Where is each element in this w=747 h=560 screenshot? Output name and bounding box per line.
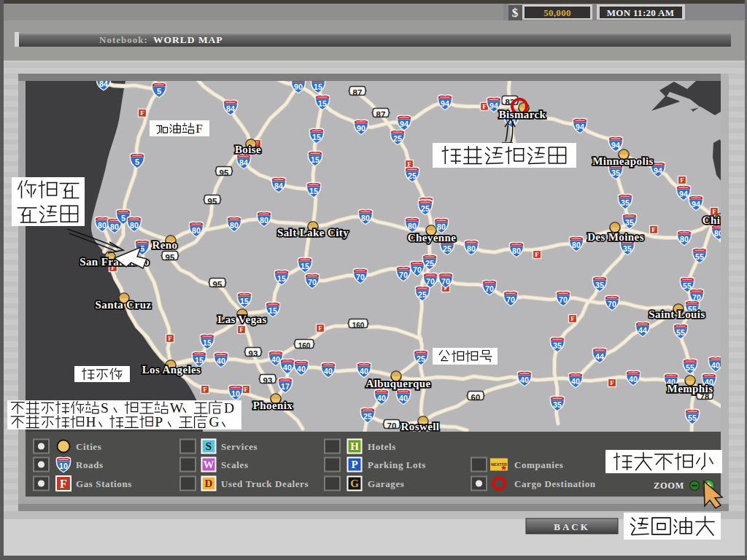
svg-text:F: F bbox=[60, 478, 67, 490]
svg-text:160: 160 bbox=[298, 342, 311, 350]
svg-text:25: 25 bbox=[418, 290, 427, 299]
svg-text:H: H bbox=[350, 440, 359, 452]
svg-text:F: F bbox=[244, 386, 248, 393]
svg-text:Scales: Scales bbox=[221, 459, 249, 470]
svg-text:40: 40 bbox=[217, 357, 225, 365]
svg-text:5: 5 bbox=[121, 214, 125, 222]
svg-text:40: 40 bbox=[399, 394, 408, 402]
svg-text:Roswell: Roswell bbox=[401, 421, 440, 432]
svg-text:Minneapolis: Minneapolis bbox=[592, 155, 654, 167]
svg-text:90: 90 bbox=[357, 124, 365, 133]
svg-text:F: F bbox=[482, 103, 487, 110]
svg-text:F: F bbox=[239, 326, 244, 333]
svg-text:15: 15 bbox=[314, 82, 322, 91]
svg-text:NEXTFR: NEXTFR bbox=[491, 462, 507, 467]
svg-text:95: 95 bbox=[208, 197, 217, 206]
svg-text:94: 94 bbox=[611, 141, 620, 149]
svg-text:25: 25 bbox=[393, 134, 402, 143]
svg-text:94: 94 bbox=[576, 122, 584, 131]
svg-text:5: 5 bbox=[135, 158, 139, 166]
svg-text:Roads: Roads bbox=[76, 459, 104, 470]
svg-text:25: 25 bbox=[363, 412, 372, 421]
svg-text:Cities: Cities bbox=[76, 441, 101, 452]
svg-text:40: 40 bbox=[283, 363, 292, 372]
svg-text:BACK: BACK bbox=[554, 521, 590, 532]
svg-text:Cheyenne: Cheyenne bbox=[408, 232, 457, 244]
svg-text:93: 93 bbox=[263, 376, 273, 385]
svg-text:F: F bbox=[203, 386, 207, 393]
svg-text:160: 160 bbox=[352, 322, 365, 330]
svg-text:Phoenix: Phoenix bbox=[253, 400, 293, 411]
svg-text:Services: Services bbox=[221, 441, 258, 452]
svg-text:40: 40 bbox=[629, 375, 638, 384]
svg-text:70: 70 bbox=[485, 284, 494, 293]
svg-text:84: 84 bbox=[274, 182, 283, 190]
svg-text:10: 10 bbox=[231, 389, 240, 398]
svg-text:50,000: 50,000 bbox=[543, 7, 571, 18]
svg-text:F: F bbox=[140, 109, 144, 117]
svg-text:Los Angeles: Los Angeles bbox=[142, 364, 201, 376]
svg-text:55: 55 bbox=[676, 328, 685, 337]
svg-text:Albuquerque: Albuquerque bbox=[365, 378, 430, 389]
svg-text:S: S bbox=[206, 440, 212, 452]
svg-text:Memphis: Memphis bbox=[667, 383, 713, 394]
svg-text:D: D bbox=[224, 400, 234, 416]
svg-text:W: W bbox=[204, 459, 214, 470]
svg-text:70: 70 bbox=[426, 277, 435, 286]
svg-text:70: 70 bbox=[308, 278, 317, 287]
svg-text:P: P bbox=[351, 459, 357, 470]
svg-text:40: 40 bbox=[271, 355, 280, 364]
svg-text:H: H bbox=[86, 414, 96, 429]
svg-text:80: 80 bbox=[110, 222, 119, 231]
svg-text:95: 95 bbox=[220, 168, 229, 177]
svg-text:40: 40 bbox=[520, 376, 529, 384]
svg-text:84: 84 bbox=[239, 158, 248, 167]
svg-text:$: $ bbox=[512, 6, 519, 20]
svg-text:F: F bbox=[570, 315, 575, 322]
svg-text:15: 15 bbox=[240, 297, 249, 306]
svg-text:44: 44 bbox=[595, 352, 604, 361]
svg-text:95: 95 bbox=[213, 280, 222, 289]
svg-text:55: 55 bbox=[686, 363, 694, 372]
svg-text:44: 44 bbox=[638, 326, 647, 335]
svg-text:40: 40 bbox=[571, 377, 580, 386]
svg-text:Santa Cruz: Santa Cruz bbox=[96, 299, 152, 311]
svg-text:Chi: Chi bbox=[703, 214, 721, 226]
svg-text:95: 95 bbox=[166, 253, 175, 262]
svg-text:80: 80 bbox=[260, 216, 268, 225]
svg-text:80: 80 bbox=[467, 244, 476, 253]
svg-text:17: 17 bbox=[281, 382, 290, 391]
svg-text:94: 94 bbox=[489, 101, 498, 110]
svg-text:Gas Stations: Gas Stations bbox=[76, 478, 132, 489]
svg-text:P: P bbox=[155, 414, 163, 429]
svg-text:Las Vegas: Las Vegas bbox=[217, 314, 266, 325]
svg-text:D: D bbox=[205, 478, 213, 489]
svg-text:15: 15 bbox=[301, 262, 309, 271]
svg-text:70: 70 bbox=[399, 271, 408, 279]
svg-text:Des Moines: Des Moines bbox=[587, 231, 644, 243]
svg-text:MON 11:20 AM: MON 11:20 AM bbox=[607, 7, 674, 18]
svg-text:G: G bbox=[209, 414, 219, 429]
svg-text:40: 40 bbox=[711, 361, 720, 370]
svg-text:35: 35 bbox=[623, 244, 632, 253]
svg-text:55: 55 bbox=[683, 281, 692, 290]
svg-text:80: 80 bbox=[437, 222, 446, 231]
svg-text:F: F bbox=[535, 251, 539, 258]
svg-text:94: 94 bbox=[679, 190, 688, 198]
svg-text:F: F bbox=[610, 379, 614, 386]
svg-text:Saint Louis: Saint Louis bbox=[649, 308, 705, 320]
svg-text:15: 15 bbox=[318, 99, 327, 108]
svg-text:Parking Lots: Parking Lots bbox=[368, 459, 426, 470]
svg-text:25: 25 bbox=[443, 244, 452, 253]
svg-text:Hotels: Hotels bbox=[368, 441, 396, 452]
svg-text:5: 5 bbox=[157, 87, 161, 96]
svg-text:35: 35 bbox=[625, 218, 634, 227]
svg-text:70: 70 bbox=[608, 300, 616, 308]
svg-text:80: 80 bbox=[512, 246, 521, 255]
svg-text:S: S bbox=[101, 400, 109, 416]
svg-text:15: 15 bbox=[312, 133, 321, 141]
svg-text:F: F bbox=[318, 324, 322, 332]
svg-text:80: 80 bbox=[361, 214, 370, 222]
svg-text:70: 70 bbox=[387, 421, 397, 430]
svg-text:60: 60 bbox=[471, 393, 481, 402]
